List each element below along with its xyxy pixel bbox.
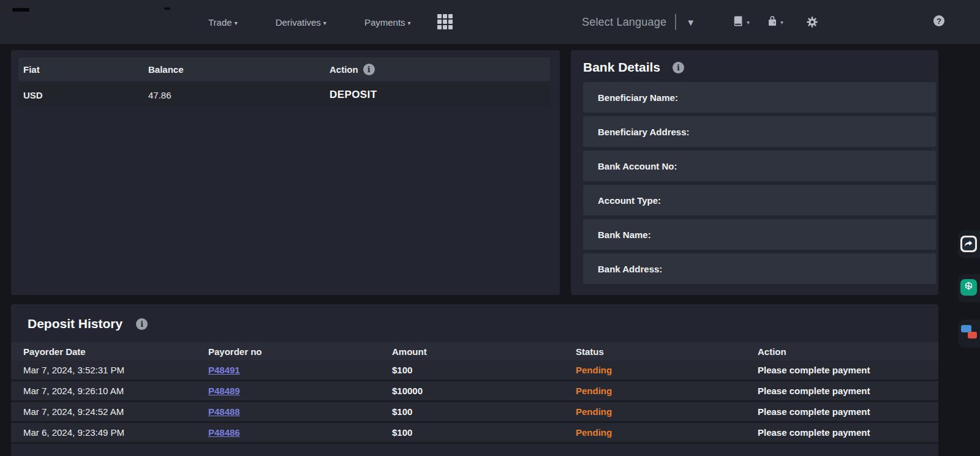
bank-details-panel: Bank Details i Beneficiary Name: Benefic… bbox=[571, 50, 938, 295]
top-navbar: Trade▾ Derivatives▾ Payments▾ Select Lan… bbox=[0, 0, 980, 44]
bank-field-label: Account Type: bbox=[598, 195, 661, 206]
bank-field-label: Bank Name: bbox=[598, 230, 651, 240]
payorder-no-cell: P48488 bbox=[208, 406, 392, 417]
bank-detail-row: Beneficiary Address: bbox=[583, 116, 936, 147]
payorder-date-cell: Mar 6, 2024, 9:23:49 PM bbox=[23, 427, 208, 438]
payorder-no-cell: P48489 bbox=[208, 386, 392, 397]
status-badge: Pending bbox=[576, 427, 758, 438]
share-arrow-icon bbox=[962, 237, 975, 250]
payorder-no-header: Payorder no bbox=[208, 346, 392, 357]
action-text: Please complete payment bbox=[758, 365, 938, 375]
chevron-down-icon: ▾ bbox=[408, 20, 411, 26]
apps-grid-icon[interactable] bbox=[437, 14, 454, 30]
bank-details-title: Bank Details bbox=[583, 60, 660, 75]
payorder-link[interactable]: P48488 bbox=[208, 406, 240, 417]
language-select[interactable]: Select Language ▼ bbox=[582, 0, 695, 44]
fiat-row: USD 47.86 DEPOSIT bbox=[18, 83, 550, 107]
deposit-history-panel: Deposit History i Payorder Date Payorder… bbox=[11, 304, 938, 456]
chat-extension-button[interactable] bbox=[960, 323, 977, 340]
action-text: Please complete payment bbox=[758, 406, 938, 417]
site-logo[interactable] bbox=[12, 8, 29, 12]
settings-gear-icon[interactable] bbox=[806, 0, 818, 44]
help-icon[interactable]: ? bbox=[933, 15, 944, 26]
payorder-date-cell: Mar 7, 2024, 3:52:31 PM bbox=[23, 365, 208, 375]
payorder-no-cell: P48486 bbox=[208, 427, 392, 438]
language-select-label: Select Language bbox=[582, 16, 666, 29]
bank-field-label: Beneficiary Name: bbox=[598, 92, 678, 103]
chatgpt-extension-button[interactable] bbox=[960, 279, 977, 296]
payorder-link[interactable]: P48491 bbox=[208, 365, 240, 375]
chevron-down-icon: ▾ bbox=[235, 20, 238, 26]
deposit-row: Mar 7, 2024, 9:24:52 AM P48488 $100 Pend… bbox=[11, 402, 938, 423]
action-header: Action bbox=[758, 346, 938, 357]
chevron-down-icon: ▾ bbox=[747, 19, 750, 26]
fiat-balance-panel: Fiat Balance Action i USD 47.86 DEPOSIT bbox=[11, 50, 560, 295]
amount-cell: $10000 bbox=[392, 386, 576, 396]
info-icon[interactable]: i bbox=[136, 318, 148, 330]
payorder-link[interactable]: P48489 bbox=[208, 386, 240, 396]
bank-field-label: Bank Account No: bbox=[598, 161, 677, 171]
bank-detail-row: Bank Address: bbox=[583, 253, 936, 284]
currency-cell: USD bbox=[23, 90, 148, 100]
bank-field-label: Bank Address: bbox=[598, 264, 662, 274]
deposit-button[interactable]: DEPOSIT bbox=[330, 89, 377, 101]
status-badge: Pending bbox=[576, 365, 758, 375]
orders-book-button[interactable]: ▾ bbox=[733, 0, 750, 44]
lock-icon bbox=[767, 15, 778, 29]
payorder-date-cell: Mar 7, 2024, 9:24:52 AM bbox=[23, 406, 208, 417]
action-text: Please complete payment bbox=[758, 386, 938, 396]
amount-cell: $100 bbox=[392, 365, 576, 375]
balance-col-header: Balance bbox=[148, 64, 330, 75]
deposit-history-table: Payorder Date Payorder no Amount Status … bbox=[11, 342, 938, 444]
bank-detail-row: Bank Account No: bbox=[583, 151, 936, 181]
chatgpt-logo-icon bbox=[963, 280, 974, 294]
payorder-no-cell: P48491 bbox=[208, 365, 392, 376]
status-badge: Pending bbox=[576, 406, 758, 417]
deposit-row: Mar 7, 2024, 3:52:31 PM P48491 $100 Pend… bbox=[11, 361, 938, 381]
share-shortcut-button[interactable] bbox=[960, 236, 977, 252]
nav-menu-derivatives[interactable]: Derivatives▾ bbox=[276, 17, 326, 28]
status-badge: Pending bbox=[576, 386, 758, 396]
fiat-table-body: USD 47.86 DEPOSIT bbox=[18, 83, 550, 107]
deposit-row: Mar 7, 2024, 9:26:10 AM P48489 $10000 Pe… bbox=[11, 381, 938, 402]
deposit-history-title: Deposit History bbox=[28, 316, 123, 331]
main-nav: Trade▾ Derivatives▾ Payments▾ bbox=[208, 0, 411, 44]
info-icon[interactable]: i bbox=[673, 62, 684, 73]
deposit-table-header: Payorder Date Payorder no Amount Status … bbox=[11, 342, 938, 361]
payorder-date-cell: Mar 7, 2024, 9:26:10 AM bbox=[23, 386, 208, 396]
deposit-row: Mar 6, 2024, 9:23:49 PM P48486 $100 Pend… bbox=[11, 423, 938, 444]
bank-detail-row: Beneficiary Name: bbox=[583, 82, 936, 113]
bank-field-label: Beneficiary Address: bbox=[598, 127, 690, 137]
logo-mark bbox=[164, 7, 170, 10]
balance-cell: 47.86 bbox=[148, 90, 330, 100]
nav-menu-trade[interactable]: Trade▾ bbox=[208, 17, 238, 28]
fiat-table-header: Fiat Balance Action i bbox=[18, 58, 550, 81]
action-col-header: Action i bbox=[330, 64, 550, 75]
payorder-date-header: Payorder Date bbox=[23, 346, 208, 357]
chevron-down-icon: ▾ bbox=[323, 20, 326, 26]
chevron-down-icon: ▾ bbox=[780, 19, 783, 26]
payorder-link[interactable]: P48486 bbox=[208, 427, 240, 438]
amount-header: Amount bbox=[392, 346, 576, 357]
fiat-col-header: Fiat bbox=[23, 64, 148, 75]
chat-bubbles-icon bbox=[960, 323, 977, 340]
action-text: Please complete payment bbox=[758, 427, 938, 438]
amount-cell: $100 bbox=[392, 427, 576, 438]
deposit-table-body: Mar 7, 2024, 3:52:31 PM P48491 $100 Pend… bbox=[11, 361, 938, 444]
fiat-table: Fiat Balance Action i USD 47.86 DEPOSIT bbox=[18, 58, 550, 107]
amount-cell: $100 bbox=[392, 406, 576, 417]
book-icon bbox=[733, 15, 744, 29]
bank-detail-row: Bank Name: bbox=[583, 219, 936, 250]
status-header: Status bbox=[576, 346, 758, 357]
divider bbox=[675, 14, 676, 30]
bank-details-list: Beneficiary Name: Beneficiary Address: B… bbox=[571, 82, 938, 284]
nav-menu-payments[interactable]: Payments▾ bbox=[364, 17, 411, 28]
triangle-down-icon: ▼ bbox=[686, 17, 695, 28]
info-icon[interactable]: i bbox=[363, 64, 375, 75]
bank-detail-row: Account Type: bbox=[583, 185, 936, 215]
wallet-lock-button[interactable]: ▾ bbox=[767, 0, 783, 44]
